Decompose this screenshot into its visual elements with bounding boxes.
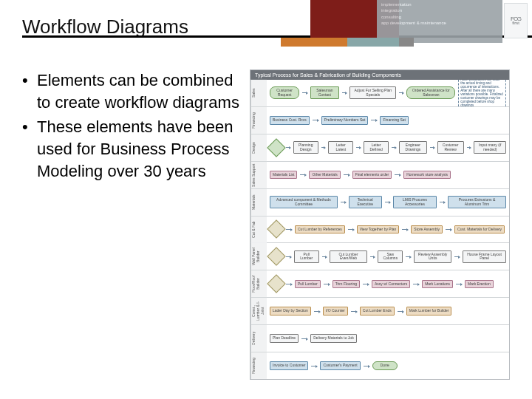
flow-arrow	[322, 256, 327, 257]
flow-arrow	[406, 256, 411, 257]
swimlane-body: Pull LumberCut Lumber Even/WebSaw Column…	[267, 243, 509, 270]
brand-line: implementation	[381, 1, 498, 7]
process-box: Procures Extrusions & Aluminum Trim	[448, 196, 506, 208]
process-box: Ordered Assistance for Salesman	[406, 86, 455, 99]
flow-arrow	[402, 229, 408, 230]
process-box: LMIS Procures Accessories	[393, 196, 437, 208]
process-box: Mark Locations	[422, 280, 453, 289]
flow-arrow	[286, 284, 292, 284]
process-box: Other Materials	[309, 171, 340, 180]
process-box: Input many (if needed)	[474, 141, 506, 154]
process-box: Financing Set	[380, 116, 409, 125]
process-box: Cust. Materials for Delivery	[454, 225, 505, 234]
process-box: Salesman Contact	[310, 86, 340, 99]
bullet-item: Elements can be combined to create workf…	[18, 69, 239, 113]
flow-arrow	[392, 147, 396, 148]
flow-arrow	[440, 202, 445, 202]
swimlane-label: Sales Support	[250, 162, 267, 188]
swimlane: DeliveryPlan DeadlineDelivery Materials …	[250, 324, 509, 352]
swimlane-label: Floor/Roof Builder	[250, 270, 267, 297]
swimlane-label: Financing	[250, 352, 267, 379]
process-box: Delivery Materials to Job	[310, 334, 357, 343]
swimlane: Sales SupportMaterials ListOther Materia…	[250, 161, 509, 188]
brand-logo: FCG first	[504, 3, 528, 38]
process-box: Assy w/ Connectors	[372, 280, 410, 289]
decision-diamond	[267, 138, 285, 157]
flow-arrow	[371, 120, 377, 120]
process-box: Adjust For Selling Plan Specials	[349, 86, 396, 99]
flow-arrow	[446, 229, 451, 230]
swimlane-label: Sales	[250, 80, 267, 106]
flow-arrow	[364, 366, 369, 366]
flow-arrow	[341, 202, 346, 202]
process-box: Cut Lumber Ends	[360, 307, 395, 316]
swimlane: Floor/Roof BuilderPull LumberTrim Floori…	[250, 270, 509, 297]
process-box: Pull Lumber	[295, 280, 321, 289]
process-box: Saw Columns	[378, 250, 403, 263]
process-box: Review Assembly Units	[414, 250, 451, 263]
process-box: Customer Review	[437, 141, 464, 154]
process-box: Letter Latest	[328, 141, 353, 154]
flow-arrow	[398, 311, 403, 312]
flow-arrow	[342, 92, 347, 93]
flow-arrow	[300, 174, 306, 175]
diagram-title: Typical Process for Sales & Fabrication …	[250, 70, 509, 80]
flow-arrow	[430, 147, 434, 148]
swimlane-body: Cut Lumber by ReferencesView Together by…	[267, 216, 509, 243]
process-box: Cut Lumber Even/Web	[330, 250, 366, 263]
swimlane: FinancingInvoice to CustomerCustomer's P…	[250, 352, 509, 379]
swimlane-label: Delivery	[250, 325, 267, 352]
flow-arrow	[363, 284, 369, 284]
swimlane-label: Financing	[250, 107, 267, 134]
swimlane: FinancingBusiness Cust. RcvsPreliminary …	[250, 106, 509, 134]
process-box: Done	[372, 361, 398, 370]
flow-arrow	[370, 256, 375, 257]
swimlane-body: Pull LumberTrim FlooringAssy w/ Connecto…	[267, 270, 509, 297]
brand-logo-sub: first	[512, 21, 519, 25]
swimlane-body: Lader Day by SectionI/O CounterCut Lumbe…	[267, 298, 509, 324]
swimlane: Const., Lumber & I-JoistLader Day by Sec…	[250, 297, 509, 324]
flow-arrow	[348, 229, 354, 230]
flow-arrow	[456, 284, 462, 284]
flow-arrow	[395, 174, 400, 175]
flow-arrow	[413, 284, 419, 284]
process-box: Business Cust. Rcvs	[270, 116, 310, 125]
process-box: Advanced component & Methods Committee	[270, 196, 338, 208]
swimlane-body: Planning DesignLetter LatestLetter Defin…	[267, 134, 509, 161]
process-box: Preliminary Numbers Set	[321, 116, 369, 125]
swimlane-body: Materials ListOther MaterialsFinal eleme…	[267, 162, 509, 188]
slide-header: Workflow Diagrams implementation integra…	[0, 0, 532, 47]
process-box: Planning Design	[293, 141, 318, 154]
process-box: Materials List	[270, 171, 297, 180]
swimlane: DesignPlanning DesignLetter LatestLetter…	[250, 134, 509, 161]
swimlane: Wall Panel BuilderPull LumberCut Lumber …	[250, 242, 509, 270]
diagram-note: Note: procedures will track the actual t…	[458, 80, 506, 106]
brand-line: consulting	[381, 14, 498, 20]
process-box: I/O Counter	[323, 307, 348, 316]
process-box: Letter Defined	[364, 141, 389, 154]
swimlane-label: Cut & Fab	[250, 216, 267, 243]
flow-arrow	[321, 147, 326, 148]
flow-arrow	[314, 311, 320, 312]
flow-arrow	[351, 311, 357, 312]
flow-arrow	[286, 256, 291, 257]
process-box: View Together by Plan	[357, 225, 400, 234]
flow-arrow	[301, 338, 307, 339]
flow-arrow	[454, 256, 460, 257]
brand-line: app development & maintenance	[381, 20, 498, 26]
decision-diamond	[267, 248, 285, 266]
page-title: Workflow Diagrams	[0, 10, 188, 38]
process-box: House Frame Layout Panel	[463, 250, 506, 263]
flow-arrow	[344, 174, 349, 175]
decision-diamond	[267, 275, 285, 293]
process-box: Trim Flooring	[332, 280, 360, 289]
flow-arrow	[313, 120, 318, 120]
bullet-item: These elements have been used for Busine…	[18, 116, 239, 182]
swimlane-body: Plan DeadlineDelivery Materials to Job	[267, 325, 509, 352]
brand-grey-panel: implementation integration consulting ap…	[377, 0, 502, 43]
process-box: Mark Lumber for Builder	[406, 307, 452, 316]
swimlane-body: Advanced component & Methods CommitteeTe…	[267, 189, 509, 216]
swimlane-body: Business Cust. RcvsPreliminary Numbers S…	[267, 107, 509, 134]
process-box: Technical Executive	[349, 196, 382, 208]
swimlane: Cut & FabCut Lumber by ReferencesView To…	[250, 216, 509, 243]
